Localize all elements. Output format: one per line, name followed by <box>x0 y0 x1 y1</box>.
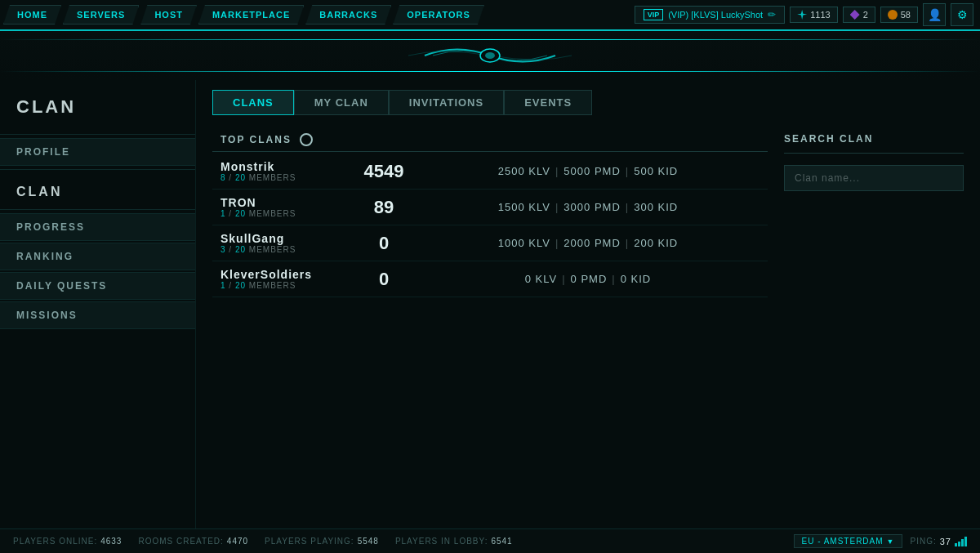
bottom-right: EU - AMSTERDAM ▼ PING: 37 <box>794 534 967 548</box>
clan-members-0: 8 / 20 MEMBERS <box>220 173 351 182</box>
stat-block-coin: 58 <box>880 7 918 23</box>
clan-name-1: TRON <box>220 196 351 209</box>
sidebar-item-profile[interactable]: PROFILE <box>0 138 195 166</box>
ping-bar-4 <box>964 537 967 546</box>
nav-barracks[interactable]: BARRACKS <box>305 5 391 25</box>
currency2-value: 2 <box>863 10 868 20</box>
top-clans-label: TOP CLANS <box>220 134 292 145</box>
bottom-bar: PLAYERS ONLINE: 4633 ROOMS CREATED: 4470… <box>0 528 980 553</box>
stat-block-gem: 2 <box>843 7 875 23</box>
ping-bar-3 <box>961 539 964 546</box>
clan-name-3: KleverSoldiers <box>220 268 351 281</box>
main-layout: CLAN PROFILE CLAN PROGRESS RANKING DAILY… <box>0 80 980 528</box>
gem-icon <box>850 10 860 20</box>
clan-info-0: Monstrik 8 / 20 MEMBERS <box>220 160 351 182</box>
players-playing-stat: PLAYERS PLAYING: 5548 <box>265 537 379 546</box>
lobby-stat: PLAYERS IN LOBBY: 6541 <box>395 537 513 546</box>
search-clan-header: SEARCH CLAN <box>784 128 964 154</box>
vip-tag: VIP <box>644 9 664 20</box>
sidebar-divider-1 <box>0 134 195 135</box>
stat-block-sword: 1113 <box>790 7 837 23</box>
profile-button[interactable]: 👤 <box>923 3 946 26</box>
tab-my-clan[interactable]: MY CLAN <box>294 90 389 115</box>
sidebar-item-ranking[interactable]: RANKING <box>0 243 195 270</box>
rooms-created-label: ROOMS CREATED: <box>138 537 223 546</box>
nav-operators[interactable]: OPERATORS <box>393 5 484 25</box>
clan-resources-2: 1000 KLV|2000 PMD|200 KID <box>416 237 760 249</box>
refresh-icon[interactable] <box>300 133 313 146</box>
settings-button[interactable]: ⚙ <box>951 3 973 26</box>
clan-members-1: 1 / 20 MEMBERS <box>220 209 351 218</box>
rooms-created-stat: ROOMS CREATED: 4470 <box>138 537 248 546</box>
server-select[interactable]: EU - AMSTERDAM ▼ <box>794 534 902 548</box>
tab-invitations[interactable]: INVITATIONS <box>389 90 504 115</box>
clan-resources-0: 2500 KLV|5000 PMD|500 KID <box>416 165 760 177</box>
clan-resources-1: 1500 KLV|3000 PMD|300 KID <box>416 201 760 213</box>
ping-display: PING: 37 <box>911 537 967 546</box>
clan-score-0: 4549 <box>351 161 416 182</box>
currency1-value: 1113 <box>810 10 830 20</box>
sidebar-item-daily-quests[interactable]: DAILY QUESTS <box>0 272 195 300</box>
coin-icon <box>888 10 898 20</box>
clan-row-0[interactable]: Monstrik 8 / 20 MEMBERS 4549 2500 KLV|50… <box>212 154 768 190</box>
clan-row-3[interactable]: KleverSoldiers 1 / 20 MEMBERS 0 0 KLV|0 … <box>212 261 768 297</box>
nav-marketplace[interactable]: MARKETPLACE <box>198 5 304 25</box>
content-tabs: CLANS MY CLAN INVITATIONS EVENTS <box>212 90 964 115</box>
search-clan-input[interactable] <box>784 165 964 191</box>
clan-members-3: 1 / 20 MEMBERS <box>220 281 351 290</box>
logo-svg <box>408 39 572 72</box>
server-name: EU - AMSTERDAM <box>801 537 883 546</box>
ping-bar-1 <box>955 543 957 546</box>
svg-point-1 <box>485 52 495 59</box>
top-navigation: HOME SERVERS HOST MARKETPLACE BARRACKS O… <box>0 0 980 31</box>
clan-row-1[interactable]: TRON 1 / 20 MEMBERS 89 1500 KLV|3000 PMD… <box>212 190 768 225</box>
clan-info-1: TRON 1 / 20 MEMBERS <box>220 196 351 218</box>
nav-buttons: HOME SERVERS HOST MARKETPLACE BARRACKS O… <box>0 5 484 25</box>
clan-info-2: SkullGang 3 / 20 MEMBERS <box>220 232 351 254</box>
nav-host[interactable]: HOST <box>140 5 197 25</box>
clan-row-2[interactable]: SkullGang 3 / 20 MEMBERS 0 1000 KLV|2000… <box>212 225 768 261</box>
sword-icon <box>797 10 807 20</box>
nav-servers[interactable]: SERVERS <box>63 5 139 25</box>
players-playing-label: PLAYERS PLAYING: <box>265 537 354 546</box>
lobby-label: PLAYERS IN LOBBY: <box>395 537 488 546</box>
sidebar: CLAN PROFILE CLAN PROGRESS RANKING DAILY… <box>0 80 196 528</box>
nav-right: VIP (VIP) [KLVS] LuckyShot ✏ 1113 2 58 👤… <box>635 3 980 26</box>
username: (VIP) [KLVS] LuckyShot <box>668 10 763 20</box>
clan-resources-3: 0 KLV|0 PMD|0 KID <box>416 273 760 285</box>
ping-label: PING: <box>911 537 937 546</box>
sidebar-clan-title: CLAN <box>0 88 195 131</box>
nav-home[interactable]: HOME <box>3 5 61 25</box>
rooms-created-value: 4470 <box>227 537 248 546</box>
top-clans-header: TOP CLANS <box>212 128 768 152</box>
ping-bars <box>955 537 967 546</box>
clan-members-2: 3 / 20 MEMBERS <box>220 245 351 254</box>
ping-value: 37 <box>940 537 951 546</box>
profile-icon: 👤 <box>928 8 942 21</box>
clan-score-3: 0 <box>351 269 416 290</box>
sidebar-item-progress[interactable]: PROGRESS <box>0 213 195 241</box>
players-online-stat: PLAYERS ONLINE: 4633 <box>13 537 122 546</box>
chevron-down-icon: ▼ <box>887 537 895 546</box>
currency3-value: 58 <box>901 10 911 20</box>
players-online-value: 4633 <box>100 537 122 546</box>
sidebar-clan-section2-title: CLAN <box>0 173 195 206</box>
clan-name-0: Monstrik <box>220 160 351 173</box>
clans-area: TOP CLANS Monstrik 8 / 20 MEMBERS 4549 2… <box>212 128 964 297</box>
lobby-value: 6541 <box>491 537 512 546</box>
players-playing-value: 5548 <box>358 537 379 546</box>
content-area: CLANS MY CLAN INVITATIONS EVENTS TOP CLA… <box>196 80 980 528</box>
sidebar-divider-3 <box>0 209 195 210</box>
ping-bar-2 <box>958 542 960 546</box>
players-online-label: PLAYERS ONLINE: <box>13 537 97 546</box>
clan-score-2: 0 <box>351 233 416 254</box>
sidebar-divider-2 <box>0 169 195 170</box>
clans-right: SEARCH CLAN <box>784 128 964 297</box>
header-band <box>0 31 980 80</box>
clan-name-2: SkullGang <box>220 232 351 245</box>
sidebar-item-missions[interactable]: MISSIONS <box>0 301 195 329</box>
gear-icon: ⚙ <box>957 8 968 21</box>
tab-events[interactable]: EVENTS <box>504 90 592 115</box>
clan-score-1: 89 <box>351 197 416 218</box>
tab-clans[interactable]: CLANS <box>212 90 294 115</box>
